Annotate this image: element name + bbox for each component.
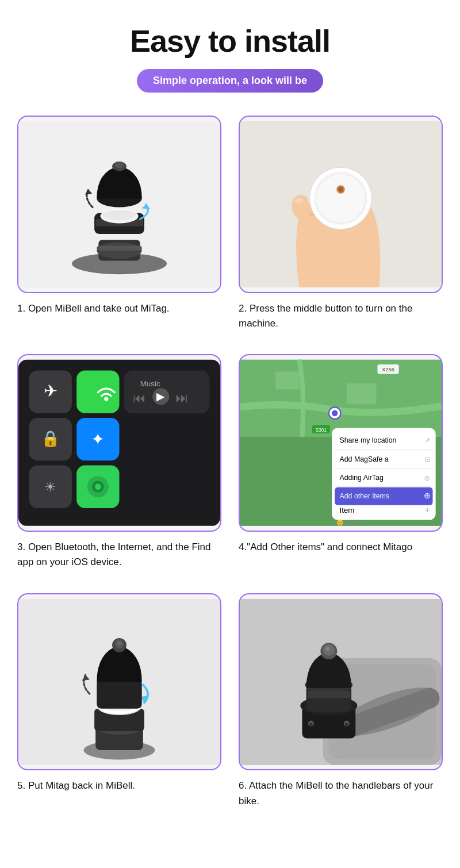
svg-text:Music: Music [140, 380, 160, 389]
step-3-image: ✈ Music ⏮ ▶ ⏭ [17, 354, 221, 532]
step-6-image [239, 593, 443, 771]
svg-text:Adding AirTag: Adding AirTag [339, 474, 383, 482]
svg-point-12 [103, 210, 136, 221]
subtitle-badge: Simple operation, a look will be [137, 69, 323, 93]
svg-point-41 [95, 484, 101, 490]
svg-point-94 [345, 723, 348, 726]
step-3: ✈ Music ⏮ ▶ ⏭ [17, 354, 221, 570]
step-2-image [239, 116, 443, 293]
svg-text:⊡: ⊡ [425, 456, 430, 463]
svg-text:🔒: 🔒 [41, 430, 60, 448]
svg-rect-44 [275, 372, 299, 390]
svg-point-49 [332, 410, 338, 416]
svg-text:⊕: ⊕ [424, 491, 431, 501]
step-2-caption: 2. Press the middle button to turn on th… [239, 301, 443, 332]
svg-text:☀: ☀ [44, 479, 56, 494]
svg-text:⏮: ⏮ [133, 391, 146, 406]
svg-point-17 [313, 171, 368, 226]
svg-text:⏭: ⏭ [175, 391, 189, 406]
page-wrapper: Easy to install Simple operation, a look… [0, 0, 460, 843]
svg-point-93 [309, 723, 313, 726]
steps-grid: 1. Open MiBell and take out MiTag. [17, 116, 443, 809]
step-6: 6. Attach the MiBell to the handlebars o… [239, 593, 443, 809]
svg-text:S301: S301 [316, 428, 327, 433]
step-1-image [17, 116, 221, 293]
step-3-caption: 3. Open Bluetooth, the Internet, and the… [17, 540, 221, 570]
svg-text:X256: X256 [382, 367, 394, 373]
svg-rect-45 [347, 383, 377, 404]
svg-point-83 [117, 641, 121, 646]
svg-rect-4 [97, 246, 141, 251]
svg-text:✈: ✈ [44, 382, 57, 400]
step-1-caption: 1. Open MiBell and take out MiTag. [17, 301, 170, 316]
svg-rect-80 [97, 679, 141, 709]
svg-text:😊 Smile: 😊 Smile [336, 519, 361, 527]
step-5: 5. Put Mitag back in MiBell. [17, 593, 221, 809]
svg-point-25 [104, 397, 108, 401]
header: Easy to install Simple operation, a look… [17, 23, 443, 93]
svg-text:▶: ▶ [156, 390, 165, 402]
step-1: 1. Open MiBell and take out MiTag. [17, 116, 221, 331]
svg-point-100 [325, 646, 330, 651]
svg-point-10 [114, 162, 124, 168]
step-4-caption: 4."Add Other items" and connect Mitago [239, 540, 412, 555]
page-title: Easy to install [17, 23, 443, 59]
step-6-caption: 6. Attach the MiBell to the handlebars o… [239, 778, 443, 809]
svg-text:↗: ↗ [424, 437, 430, 445]
svg-text:Share my location: Share my location [339, 437, 396, 445]
step-4-image: X256 S301 Share my location ↗ [239, 354, 443, 532]
svg-text:Add MagSafe a: Add MagSafe a [339, 456, 388, 464]
step-5-image [17, 593, 221, 771]
svg-text:◎: ◎ [424, 475, 430, 482]
svg-text:Add other items: Add other items [339, 493, 389, 501]
svg-text:+: + [425, 506, 430, 515]
svg-rect-97 [308, 691, 350, 698]
svg-point-19 [338, 187, 343, 191]
svg-text:Item: Item [339, 506, 354, 515]
svg-rect-43 [240, 360, 442, 437]
step-2: 2. Press the middle button to turn on th… [239, 116, 443, 331]
svg-text:✦: ✦ [91, 431, 105, 449]
step-4: X256 S301 Share my location ↗ [239, 354, 443, 570]
step-5-caption: 5. Put Mitag back in MiBell. [17, 778, 135, 793]
